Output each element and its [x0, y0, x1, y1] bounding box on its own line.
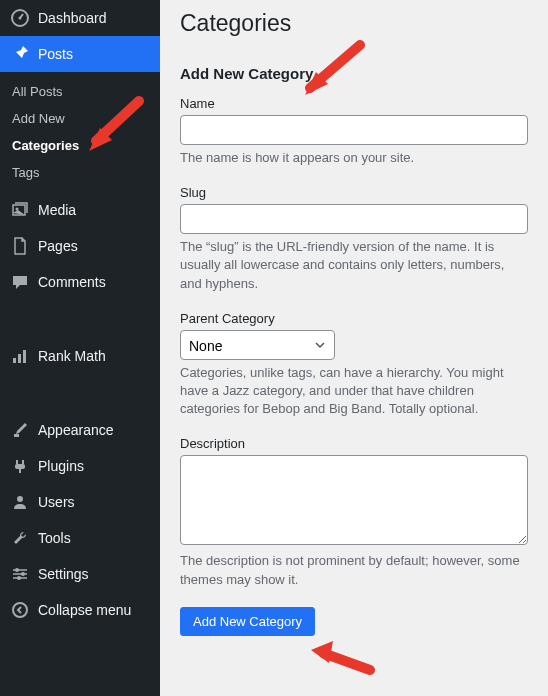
- menu-label: Pages: [38, 238, 78, 254]
- pushpin-icon: [10, 44, 30, 64]
- add-category-button[interactable]: Add New Category: [180, 607, 315, 636]
- svg-point-9: [17, 496, 23, 502]
- menu-label: Dashboard: [38, 10, 107, 26]
- svg-rect-7: [14, 434, 19, 437]
- parent-field-row: Parent Category None Categories, unlike …: [180, 311, 528, 419]
- dashboard-icon: [10, 8, 30, 28]
- menu-label: Tools: [38, 530, 71, 546]
- pages-icon: [10, 236, 30, 256]
- name-label: Name: [180, 96, 528, 111]
- menu-dashboard[interactable]: Dashboard: [0, 0, 160, 36]
- main-content: Categories Add New Category Name The nam…: [160, 0, 548, 696]
- submenu-categories[interactable]: Categories: [0, 132, 160, 159]
- menu-settings[interactable]: Settings: [0, 556, 160, 592]
- menu-media[interactable]: Media: [0, 192, 160, 228]
- posts-submenu: All Posts Add New Categories Tags: [0, 72, 160, 192]
- svg-point-10: [15, 568, 19, 572]
- menu-plugins[interactable]: Plugins: [0, 448, 160, 484]
- svg-rect-4: [13, 358, 16, 363]
- svg-point-12: [17, 576, 21, 580]
- menu-users[interactable]: Users: [0, 484, 160, 520]
- media-icon: [10, 200, 30, 220]
- name-input[interactable]: [180, 115, 528, 145]
- menu-label: Rank Math: [38, 348, 106, 364]
- section-title: Add New Category: [180, 65, 528, 82]
- wrench-icon: [10, 528, 30, 548]
- svg-point-11: [21, 572, 25, 576]
- submenu-add-new[interactable]: Add New: [0, 105, 160, 132]
- name-help: The name is how it appears on your site.: [180, 149, 528, 167]
- menu-tools[interactable]: Tools: [0, 520, 160, 556]
- brush-icon: [10, 420, 30, 440]
- slug-label: Slug: [180, 185, 528, 200]
- chart-icon: [10, 346, 30, 366]
- plug-icon: [10, 456, 30, 476]
- submenu-all-posts[interactable]: All Posts: [0, 78, 160, 105]
- collapse-icon: [10, 600, 30, 620]
- menu-label: Media: [38, 202, 76, 218]
- menu-collapse[interactable]: Collapse menu: [0, 592, 160, 628]
- menu-comments[interactable]: Comments: [0, 264, 160, 300]
- sliders-icon: [10, 564, 30, 584]
- menu-label: Users: [38, 494, 75, 510]
- description-label: Description: [180, 436, 528, 451]
- svg-point-13: [13, 603, 27, 617]
- parent-label: Parent Category: [180, 311, 528, 326]
- slug-field-row: Slug The “slug” is the URL-friendly vers…: [180, 185, 528, 293]
- page-title: Categories: [180, 10, 528, 37]
- svg-point-1: [19, 17, 22, 20]
- parent-select[interactable]: None: [180, 330, 335, 360]
- menu-label: Plugins: [38, 458, 84, 474]
- users-icon: [10, 492, 30, 512]
- submenu-tags[interactable]: Tags: [0, 159, 160, 186]
- admin-sidebar: Dashboard Posts All Posts Add New Catego…: [0, 0, 160, 696]
- parent-help: Categories, unlike tags, can have a hier…: [180, 364, 528, 419]
- menu-pages[interactable]: Pages: [0, 228, 160, 264]
- description-textarea[interactable]: [180, 455, 528, 545]
- svg-rect-5: [18, 354, 21, 363]
- menu-posts[interactable]: Posts: [0, 36, 160, 72]
- menu-label: Appearance: [38, 422, 114, 438]
- menu-appearance[interactable]: Appearance: [0, 412, 160, 448]
- menu-label: Posts: [38, 46, 73, 62]
- menu-label: Settings: [38, 566, 89, 582]
- svg-rect-8: [15, 464, 25, 469]
- slug-help: The “slug” is the URL-friendly version o…: [180, 238, 528, 293]
- description-field-row: Description The description is not promi…: [180, 436, 528, 588]
- slug-input[interactable]: [180, 204, 528, 234]
- menu-rank-math[interactable]: Rank Math: [0, 338, 160, 374]
- description-help: The description is not prominent by defa…: [180, 552, 528, 588]
- menu-label: Comments: [38, 274, 106, 290]
- svg-rect-6: [23, 350, 26, 363]
- menu-label: Collapse menu: [38, 602, 131, 618]
- name-field-row: Name The name is how it appears on your …: [180, 96, 528, 167]
- comments-icon: [10, 272, 30, 292]
